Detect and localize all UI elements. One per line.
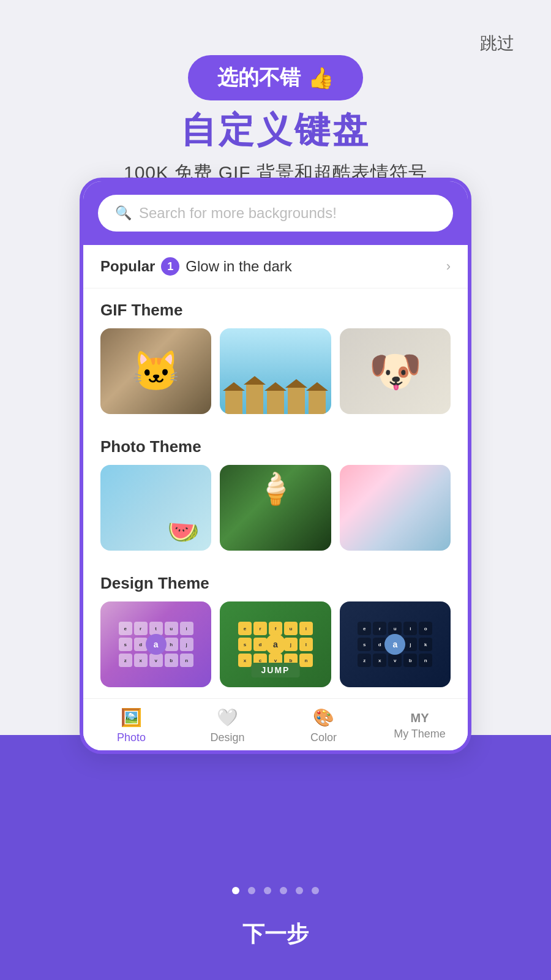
pagination-dots (0, 887, 551, 894)
purple-center-key: a (146, 634, 167, 655)
search-placeholder: Search for more backgrounds! (139, 205, 337, 222)
search-icon: 🔍 (115, 205, 132, 221)
popular-row[interactable]: Popular 1 Glow in the dark › (83, 245, 468, 288)
icecream-icon: 🍦 (257, 471, 294, 507)
popular-label: Popular (100, 258, 155, 275)
design-theme-section: Design Theme e r t u i s d f h (83, 562, 468, 698)
dot-1[interactable] (232, 887, 239, 894)
photo-thumb-icecream[interactable]: 🍦 (220, 465, 331, 551)
dot-6[interactable] (312, 887, 319, 894)
design-theme-title: Design Theme (100, 574, 451, 593)
bungalow (225, 383, 326, 414)
gif-thumb-bungalows[interactable] (220, 328, 331, 414)
chevron-right-icon: › (446, 258, 451, 274)
design-thumb-purple[interactable]: e r t u i s d f h j z x (100, 601, 211, 687)
dark-center-key: a (384, 634, 405, 655)
watermelon-icon: 🍉 (165, 511, 203, 549)
photo-theme-title: Photo Theme (100, 437, 451, 456)
tab-photo[interactable]: 🖼️ Photo (83, 707, 179, 744)
dog-icon: 🐶 (340, 328, 451, 414)
photo-tab-icon: 🖼️ (121, 707, 142, 728)
gif-thumb-row: 🐱 🐶 (100, 328, 451, 414)
popular-item-title: Glow in the dark (186, 258, 440, 275)
dot-3[interactable] (264, 887, 271, 894)
color-tab-icon: 🎨 (313, 707, 334, 728)
yellow-center-key: a (265, 634, 286, 655)
badge-emoji: 👍 (308, 66, 334, 90)
design-tab-icon: 🤍 (217, 707, 238, 728)
design-thumb-row: e r t u i s d f h j z x (100, 601, 451, 687)
header: 选的不错 👍 自定义键盘 100K 免费 GIF 背景和超酷表情符号 (0, 55, 551, 186)
skip-button[interactable]: 跳过 (480, 32, 514, 55)
page-title: 自定义键盘 (181, 107, 370, 154)
tab-my-theme-label: My Theme (394, 728, 446, 741)
search-bar: 🔍 Search for more backgrounds! (83, 181, 468, 245)
dot-5[interactable] (296, 887, 303, 894)
badge-text: 选的不错 (217, 64, 301, 92)
gif-theme-section: GIF Theme 🐱 (83, 288, 468, 425)
photo-theme-section: Photo Theme 🍉 🍦 (83, 425, 468, 562)
tab-design-label: Design (210, 731, 244, 744)
popular-count: 1 (161, 257, 179, 276)
gif-thumb-cats[interactable]: 🐱 (100, 328, 211, 414)
phone-mock: 🔍 Search for more backgrounds! Popular 1… (80, 178, 471, 754)
dot-2[interactable] (248, 887, 255, 894)
gif-theme-title: GIF Theme (100, 301, 451, 320)
tab-my-theme[interactable]: MY My Theme (372, 712, 468, 741)
cats-icon: 🐱 (100, 328, 211, 414)
design-thumb-yellow[interactable]: e r f u i s d f j l x c (220, 601, 331, 687)
jump-label: JUMP (252, 663, 300, 677)
tab-bar: 🖼️ Photo 🤍 Design 🎨 Color MY My Theme (83, 698, 468, 750)
gif-thumb-dog[interactable]: 🐶 (340, 328, 451, 414)
next-button[interactable]: 下一步 (0, 919, 551, 949)
search-input[interactable]: 🔍 Search for more backgrounds! (98, 195, 453, 232)
photo-thumb-watermelon[interactable]: 🍉 (100, 465, 211, 551)
tab-color-label: Color (310, 731, 337, 744)
next-button-label: 下一步 (242, 919, 309, 949)
design-thumb-dark[interactable]: e r u i o s d f j k z x (340, 601, 451, 687)
dot-4[interactable] (280, 887, 287, 894)
my-theme-tab-icon: MY (411, 712, 429, 724)
photo-thumb-row: 🍉 🍦 (100, 465, 451, 551)
water-scene (220, 328, 331, 414)
tab-color[interactable]: 🎨 Color (276, 707, 372, 744)
badge-pill: 选的不错 👍 (188, 55, 363, 100)
tab-design[interactable]: 🤍 Design (179, 707, 276, 744)
photo-thumb-clouds[interactable] (340, 465, 451, 551)
tab-photo-label: Photo (117, 731, 146, 744)
